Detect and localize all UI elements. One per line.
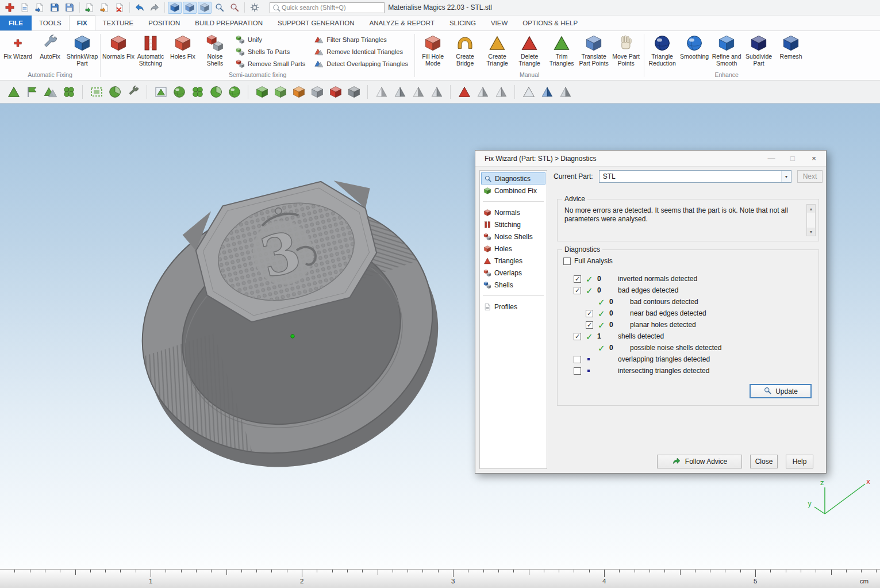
select-plane-cube-icon[interactable]: [309, 84, 325, 99]
import-part-icon[interactable]: [83, 2, 97, 14]
tab-analyze-report[interactable]: ANALYZE & REPORT: [362, 16, 442, 30]
unzoom-icon[interactable]: [228, 2, 241, 14]
create-triangle-button[interactable]: Create Triangle: [481, 32, 513, 67]
detect-intersect-icon[interactable]: [493, 84, 509, 99]
diagnostic-checkbox[interactable]: ✓: [586, 321, 593, 329]
normals-fix-button[interactable]: Normals Fix: [102, 32, 135, 67]
refine-and-smooth-button[interactable]: Refine and Smooth: [710, 32, 743, 67]
pan-view-icon[interactable]: [183, 2, 197, 14]
sidebar-item-diagnostics[interactable]: Diagnostics: [481, 172, 545, 185]
remove-small-parts-button[interactable]: Remove Small Parts: [236, 59, 305, 68]
mark-triangle-icon[interactable]: [6, 84, 21, 99]
new-triangle-icon[interactable]: [374, 84, 389, 99]
sidebar-item-triangles[interactable]: Triangles: [481, 255, 545, 267]
sidebar-item-overlaps[interactable]: Overlaps: [481, 267, 545, 279]
sidebar-item-normals[interactable]: Normals: [481, 206, 545, 218]
detect-overlapping-triangles-button[interactable]: Detect Overlapping Triangles: [314, 59, 408, 68]
holes-fix-button[interactable]: Holes Fix: [167, 32, 199, 67]
current-part-dropdown[interactable]: STL ▼: [599, 170, 791, 183]
save-project-as-icon[interactable]: [63, 2, 76, 14]
remove-identical-triangles-button[interactable]: Remove Identical Triangles: [314, 47, 408, 56]
flip-triangle-icon[interactable]: [410, 84, 426, 99]
delete-triangle-icon[interactable]: [429, 84, 444, 99]
minimize-button[interactable]: —: [763, 152, 780, 165]
close-part-icon[interactable]: [113, 2, 126, 14]
diagnostic-checkbox[interactable]: ✓: [574, 333, 581, 340]
autofix-button[interactable]: AutoFix: [34, 32, 66, 67]
mark-sphere-icon[interactable]: [226, 84, 242, 99]
automatic-stitching-button[interactable]: Automatic Stitching: [135, 32, 167, 67]
tab-view[interactable]: VIEW: [483, 16, 515, 30]
fix-wizard-button[interactable]: Fix Wizard: [2, 32, 34, 67]
zoom-selection-icon[interactable]: [168, 2, 182, 14]
diagnostic-checkbox[interactable]: [574, 367, 581, 375]
rotate-view-icon[interactable]: [198, 2, 212, 14]
smoothing-button[interactable]: Smoothing: [678, 32, 710, 67]
sidebar-item-stitching[interactable]: Stitching: [481, 218, 545, 230]
shrinkwrap-part-button[interactable]: ShrinkWrap Part: [66, 32, 98, 67]
open-project-icon[interactable]: [33, 2, 47, 14]
filter-sharp-triangles-button[interactable]: Filter Sharp Triangles: [314, 35, 408, 44]
next-button[interactable]: Next: [797, 170, 823, 183]
follow-advice-button[interactable]: Follow Advice: [657, 455, 742, 468]
mark-clover-icon[interactable]: [190, 84, 205, 99]
sidebar-item-profiles[interactable]: Profiles: [481, 301, 545, 313]
zoom-in-icon[interactable]: [213, 2, 226, 14]
subdivide-part-button[interactable]: Subdivide Part: [743, 32, 775, 67]
move-part-points-button[interactable]: Move Part Points: [610, 32, 642, 67]
sidebar-item-noise-shells[interactable]: Noise Shells: [481, 230, 545, 243]
unify-button[interactable]: Unify: [236, 35, 305, 44]
select-part-cube-icon[interactable]: [254, 84, 270, 99]
close-button[interactable]: Close: [750, 455, 778, 468]
redo-icon[interactable]: [148, 2, 162, 14]
fill-hole-mode-button[interactable]: Fill Hole Mode: [417, 32, 449, 67]
new-project-icon[interactable]: [18, 2, 32, 14]
search-settings-icon[interactable]: [248, 2, 262, 14]
mark-pie-icon[interactable]: [208, 84, 224, 99]
dialog-title-bar[interactable]: Fix Wizard (Part: STL) > Diagnostics — □…: [475, 151, 826, 167]
advice-scrollbar[interactable]: ▲ ▼: [806, 204, 816, 236]
detect-overlap-icon[interactable]: [475, 84, 490, 99]
mark-plane-icon[interactable]: [24, 84, 40, 99]
select-shell-cube-icon[interactable]: [272, 84, 288, 99]
select-unmarked-cube-icon[interactable]: [346, 84, 362, 99]
viewport-3d[interactable]: 3 x z y Fix Wizard (Part: STL) > Diagnos…: [0, 103, 880, 569]
save-project-icon[interactable]: [48, 2, 62, 14]
tab-options-help[interactable]: OPTIONS & HELP: [515, 16, 585, 30]
translate-part-points-button[interactable]: Translate Part Points: [578, 32, 610, 67]
full-analysis-checkbox[interactable]: [563, 258, 571, 265]
diagnostic-checkbox[interactable]: [574, 356, 581, 363]
sidebar-item-shells[interactable]: Shells: [481, 279, 545, 291]
select-marked-cube-icon[interactable]: [328, 84, 343, 99]
export-part-icon[interactable]: [98, 2, 112, 14]
scroll-down-icon[interactable]: ▼: [807, 228, 815, 236]
trim-triangles-button[interactable]: Trim Triangles: [545, 32, 578, 67]
edit-triangle-icon[interactable]: [392, 84, 408, 99]
delete-triangle-button[interactable]: Delete Triangle: [513, 32, 545, 67]
free-form-selection-icon[interactable]: [107, 84, 122, 99]
tab-fix[interactable]: FIX: [69, 16, 95, 30]
rectangle-selection-icon[interactable]: [89, 84, 104, 99]
diagnostic-checkbox[interactable]: ✓: [574, 287, 581, 294]
tab-tools[interactable]: TOOLS: [32, 16, 69, 30]
tab-build-preparation[interactable]: BUILD PREPARATION: [187, 16, 270, 30]
shells-to-parts-button[interactable]: Shells To Parts: [236, 47, 305, 56]
filter-triangle-icon[interactable]: [456, 84, 472, 99]
mark-shell-icon[interactable]: [61, 84, 76, 99]
tab-support-generation[interactable]: SUPPORT GENERATION: [270, 16, 362, 30]
triangle-reduction-button[interactable]: Triangle Reduction: [646, 32, 678, 67]
magics-logo-icon[interactable]: [3, 2, 17, 14]
tab-file[interactable]: FILE: [0, 16, 32, 30]
tab-texture[interactable]: TEXTURE: [95, 16, 141, 30]
mark-window-icon[interactable]: [153, 84, 168, 99]
diagnostic-checkbox[interactable]: ✓: [586, 310, 593, 317]
section-pyramid-icon[interactable]: [539, 84, 555, 99]
brush-selection-icon[interactable]: [125, 84, 141, 99]
tab-position[interactable]: POSITION: [141, 16, 187, 30]
create-bridge-button[interactable]: Create Bridge: [449, 32, 481, 67]
mark-surface-icon[interactable]: [43, 84, 58, 99]
remesh-button[interactable]: Remesh: [775, 32, 807, 67]
noise-shells-button[interactable]: Noise Shells: [199, 32, 231, 67]
mark-inside-icon[interactable]: [171, 84, 187, 99]
select-surface-cube-icon[interactable]: [291, 84, 306, 99]
